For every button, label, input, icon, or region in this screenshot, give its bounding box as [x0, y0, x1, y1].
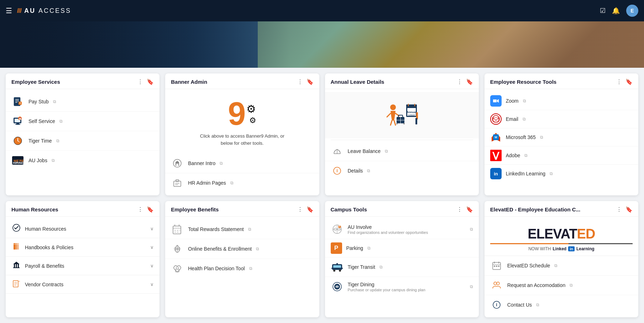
banner-bookmark-icon[interactable]: 🔖: [307, 78, 314, 85]
linkedin-learning-item[interactable]: in LinkedIn Learning ⧉: [485, 165, 638, 183]
email-icon: [490, 113, 502, 125]
au-involve-ext-icon: ⧉: [470, 227, 473, 232]
ms365-item[interactable]: M Microsoft 365 ⧉: [485, 128, 638, 147]
zoom-ext-icon: ⧉: [523, 98, 526, 103]
tiger-dining-label: Tiger Dining: [348, 282, 466, 287]
au-involve-item[interactable]: AU Involve Find organizations and volunt…: [325, 220, 479, 239]
details-item[interactable]: i Details ⧉: [325, 161, 479, 180]
au-jobs-item[interactable]: WE'REHIRING AU Jobs ⧉: [6, 151, 159, 170]
elevated-body: ELEVATED NOW WITH Linked in Learning Ele…: [485, 217, 638, 317]
svg-point-50: [492, 116, 499, 123]
online-benefits-item[interactable]: Online Benefits & Enrollment ⧉: [165, 239, 319, 259]
annual-leave-more-icon[interactable]: ⋮: [457, 78, 462, 85]
svg-point-25: [390, 104, 396, 110]
svg-point-34: [396, 123, 398, 124]
logo-slashes: ///: [17, 7, 21, 15]
banner-intro-item[interactable]: Banner Intro ⧉: [165, 154, 319, 173]
total-rewards-item[interactable]: Total Rewards Statement ⧉: [165, 220, 319, 239]
details-ext-icon: ⧉: [367, 168, 370, 173]
banner-intro-icon: [171, 157, 184, 170]
elevated-underline: [490, 243, 633, 244]
resource-tools-more-icon[interactable]: ⋮: [616, 78, 622, 85]
request-accomodation-icon: [490, 279, 503, 292]
notifications-icon[interactable]: 🔔: [612, 7, 620, 15]
card-header-actions: ⋮ 🔖: [137, 78, 154, 85]
app-header: ☰ /// AU ACCESS ☑ 🔔 E: [0, 0, 644, 21]
hr-admin-icon: [171, 176, 184, 189]
self-service-item[interactable]: ⏰ Self Service ⧉: [6, 112, 159, 131]
tiger-dining-sub: Purchase or update your campus dining pl…: [348, 288, 466, 292]
svg-point-92: [333, 270, 335, 272]
menu-icon[interactable]: ☰: [6, 6, 12, 15]
annual-leave-bookmark-icon[interactable]: 🔖: [466, 78, 473, 85]
health-plan-label: Health Plan Decision Tool: [188, 266, 245, 271]
leave-balance-label: Leave Balance: [348, 148, 381, 154]
elevated-schedule-item[interactable]: ElevatED Schedule ⧉: [485, 256, 638, 276]
campus-tools-header: Campus Tools ⋮ 🔖: [325, 201, 479, 217]
pay-stub-item[interactable]: Pay Stub ⧉: [6, 92, 159, 112]
annual-leave-header: Annual Leave Details ⋮ 🔖: [325, 73, 479, 89]
benefits-more-icon[interactable]: ⋮: [297, 206, 303, 213]
au-jobs-icon: WE'REHIRING: [11, 154, 24, 167]
pay-stub-icon: [11, 95, 24, 108]
zoom-item[interactable]: Zoom ⧉: [485, 92, 638, 110]
svg-point-35: [403, 123, 405, 124]
hr-payroll-accordion[interactable]: Payroll & Benefits ∨: [6, 257, 159, 275]
banner-nine-content[interactable]: 9 ⚙ ⚙ Click above to access Banner9 Admi…: [165, 92, 319, 154]
elevated-logo-text: ELEVATED: [490, 227, 633, 242]
tiger-transit-icon: [331, 261, 344, 273]
hr-human-resources-accordion[interactable]: Human Resources ∨: [6, 220, 159, 238]
hr-payroll-left: Payroll & Benefits: [11, 261, 64, 271]
request-accomodation-item[interactable]: Request an Accomodation ⧉: [485, 276, 638, 295]
gear-small-icon: ⚙: [249, 116, 256, 125]
self-service-icon: ⏰: [11, 115, 24, 128]
leave-balance-item[interactable]: Leave Balance ⧉: [325, 142, 479, 161]
health-plan-ext-icon: ⧉: [249, 266, 252, 271]
hr-bookmark-icon[interactable]: 🔖: [147, 206, 154, 213]
tiger-transit-item[interactable]: Tiger Transit ⧉: [325, 257, 479, 277]
hr-vendor-accordion[interactable]: Vendor Contracts ∨: [6, 275, 159, 293]
hr-chevron-down-icon: ∨: [150, 226, 154, 231]
employee-resource-tools-card: Employee Resource Tools ⋮ 🔖 Zoom ⧉ Email…: [485, 73, 638, 195]
campus-tools-bookmark-icon[interactable]: 🔖: [466, 206, 473, 213]
total-rewards-icon: [171, 223, 184, 236]
ms365-icon: M: [490, 132, 502, 143]
svg-rect-106: [496, 266, 497, 267]
tiger-time-item[interactable]: Tiger Time ⧉: [6, 131, 159, 151]
more-options-icon[interactable]: ⋮: [137, 78, 143, 85]
adobe-item[interactable]: Adobe ⧉: [485, 147, 638, 165]
resource-tools-body[interactable]: Zoom ⧉ Email ⧉: [485, 89, 638, 185]
parking-label: Parking: [346, 245, 363, 251]
banner-scrollable[interactable]: 9 ⚙ ⚙ Click above to access Banner9 Admi…: [165, 92, 319, 193]
elevated-title: ElevatED - Employee Education C...: [490, 206, 580, 212]
banner-nine-logo[interactable]: 9 ⚙ ⚙: [228, 98, 256, 130]
health-plan-item[interactable]: Health Plan Decision Tool ⧉: [165, 259, 319, 278]
email-item[interactable]: Email ⧉: [485, 110, 638, 128]
elevated-bookmark-icon[interactable]: 🔖: [625, 206, 633, 213]
employee-services-title: Employee Services: [11, 79, 60, 85]
resource-tools-bookmark-icon[interactable]: 🔖: [625, 78, 633, 85]
banner-caption: Click above to access Banner9 Admin, or …: [200, 133, 284, 147]
benefits-bookmark-icon[interactable]: 🔖: [307, 206, 314, 213]
banner-more-options-icon[interactable]: ⋮: [297, 78, 303, 85]
campus-tools-more-icon[interactable]: ⋮: [457, 206, 462, 213]
tasks-icon[interactable]: ☑: [600, 7, 606, 15]
elevated-schedule-label: ElevatED Schedule: [507, 263, 550, 268]
hr-more-icon[interactable]: ⋮: [137, 206, 143, 213]
elevated-more-icon[interactable]: ⋮: [616, 206, 622, 213]
human-resources-title: Human Resources: [11, 206, 58, 212]
svg-line-26: [387, 113, 391, 117]
hr-admin-item[interactable]: HR Admin Pages ⧉: [165, 173, 319, 193]
hr-handbooks-accordion[interactable]: Handbooks & Policies ∨: [6, 238, 159, 256]
user-avatar[interactable]: E: [626, 5, 638, 17]
employee-resource-tools-header: Employee Resource Tools ⋮ 🔖: [485, 73, 638, 89]
tiger-dining-item[interactable]: Tiger Dining Purchase or update your cam…: [325, 277, 479, 296]
logo: /// AU ACCESS: [17, 7, 71, 15]
parking-item[interactable]: P Parking ⧉: [325, 239, 479, 257]
svg-rect-94: [331, 268, 343, 269]
employee-benefits-body: Total Rewards Statement ⧉ Online Benefit…: [165, 217, 319, 281]
tiger-dining-ext-icon: ⧉: [470, 284, 473, 289]
contact-us-item[interactable]: i Contact Us ⧉: [485, 295, 638, 314]
bookmark-icon[interactable]: 🔖: [147, 78, 154, 85]
tiger-dining-text: Tiger Dining Purchase or update your cam…: [348, 282, 466, 292]
